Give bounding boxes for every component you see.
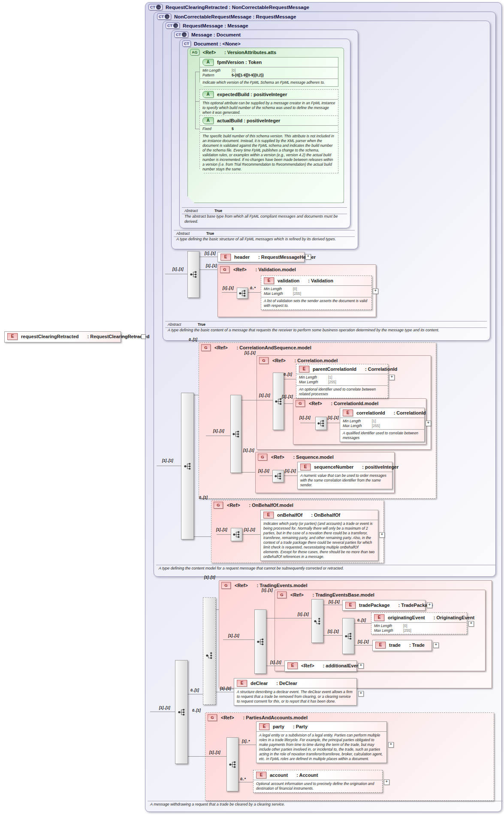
element-party[interactable]: E party: Party A legal entity or a subdi…	[256, 721, 387, 763]
element-sequencenumber[interactable]: E sequenceNumber: positiveInteger A nume…	[297, 462, 392, 489]
connector	[165, 274, 187, 274]
connector	[195, 72, 196, 129]
attribute-actualbuild[interactable]: A actualBuild : positiveInteger Fixed5 T…	[199, 115, 338, 173]
cardinality: 0..[1]	[190, 688, 199, 692]
element-doc: A list of validation sets the sender ass…	[261, 297, 371, 309]
element-icon: E	[300, 464, 311, 470]
group-header-partiesandaccounts-model: G <Ref>: PartiesAndAccounts.model	[208, 714, 308, 721]
element-icon: E	[299, 366, 309, 373]
attribute-label: fpmlVersion : Token	[217, 60, 262, 65]
element-account[interactable]: E account: Account Optional account info…	[253, 770, 383, 793]
sequence-indicator	[273, 373, 284, 430]
connector	[283, 476, 297, 476]
expand-button-correlationid[interactable]: +	[426, 421, 431, 426]
element-tradepackage[interactable]: E tradePackage: TradePackage	[342, 600, 426, 611]
cardinality: [1]..[1]	[223, 286, 234, 290]
group-header-correlation-and-sequence: G <Ref>: CorrelationAndSequence.model	[201, 344, 311, 351]
attribute-group-header: AG <Ref>: VersionAttributes.atts	[190, 49, 276, 55]
connector	[266, 618, 311, 618]
attribute-fpmlversion[interactable]: A fpmlVersion : Token Min Length[0] Patt…	[199, 57, 338, 87]
doc-noncorrectable: A type defining the content model for a …	[156, 565, 496, 572]
element-icon: E	[264, 277, 274, 284]
connector	[199, 257, 217, 257]
sequence-indicator	[315, 417, 327, 430]
connector	[223, 639, 254, 640]
cardinality: [1]..[1]	[328, 415, 339, 420]
expand-button-trade[interactable]: +	[433, 642, 439, 648]
attribute-group-icon: AG	[190, 49, 199, 55]
element-icon: E	[375, 642, 386, 648]
complex-type-icon: CT	[182, 40, 191, 47]
attribute-label: actualBuild : positiveInteger	[217, 118, 280, 123]
element-trade[interactable]: E trade: Trade	[372, 640, 432, 651]
cardinality: 0..[1]	[192, 708, 201, 712]
connector	[222, 292, 237, 293]
attribute-doc: Indicate which version of the FpML Schem…	[200, 79, 338, 86]
cardinality: [1]..[1]	[216, 527, 227, 532]
connector	[323, 605, 342, 605]
connector	[199, 270, 217, 270]
connector	[247, 292, 261, 293]
element-declear[interactable]: E deClear: DeClear A structure describin…	[234, 678, 357, 706]
cardinality: 0..[1]	[357, 618, 366, 622]
expand-button-account[interactable]: +	[384, 779, 389, 785]
element-additionalevent[interactable]: E <Ref>: additionalEvent	[284, 660, 357, 672]
expand-button-tradepackage[interactable]: +	[427, 603, 432, 608]
cardinality: [1]..[1]	[172, 267, 184, 271]
expand-button-validation[interactable]: +	[373, 288, 378, 294]
sequence-indicator	[230, 395, 241, 473]
cardinality: [1]..[1]	[328, 629, 339, 633]
element-requestclearingretracted-root[interactable]: E requestClearingRetracted: RequestClear…	[4, 331, 121, 342]
connector	[239, 472, 255, 473]
group-icon: G	[259, 357, 269, 364]
element-validation[interactable]: E validation: Validation Min Length[0] M…	[261, 276, 372, 310]
expand-button-onbehalfof[interactable]: +	[379, 532, 385, 538]
element-doc: A qualified identifier used to correlate…	[340, 429, 424, 442]
attribute-expectedbuild[interactable]: A expectedBuild : positiveInteger This o…	[199, 89, 338, 117]
element-correlationid[interactable]: E correlationId: CorrelationId Min Lengt…	[340, 408, 425, 442]
cardinality: 0..*	[250, 286, 256, 290]
sequence-indicator	[237, 288, 248, 299]
cardinality: [1]..[1]	[243, 448, 254, 452]
cardinality: [1]..*	[242, 739, 250, 743]
element-originatingevent[interactable]: E originatingEvent: OriginatingEvent Min…	[371, 612, 467, 634]
element-onbehalfof[interactable]: E onBehalfOf: OnBehalfOf Indicates which…	[260, 510, 378, 561]
element-header[interactable]: E header: RequestMessageHeader	[217, 252, 305, 262]
ct-header-noncorrectable-request-message: CT→ NonCorrectableRequestMessage : Reque…	[157, 13, 296, 20]
group-header-validation-model: G <Ref>: Validation.model	[220, 266, 296, 273]
element-parentcorrelationid[interactable]: E parentCorrelationId: CorrelationId Min…	[296, 364, 388, 398]
connector	[266, 666, 284, 666]
element-icon: E	[237, 680, 247, 687]
cardinality: [1]..[1]	[329, 600, 340, 604]
expand-button-parentcorrelationid[interactable]: +	[389, 375, 395, 380]
connector	[150, 712, 175, 712]
attribute-doc: The specific build number of this schema…	[200, 132, 338, 173]
group-icon: G	[221, 582, 231, 589]
derived-icon: →	[165, 14, 169, 19]
element-icon: E	[263, 512, 274, 518]
element-icon: E	[259, 723, 269, 730]
group-icon: G	[277, 591, 287, 598]
expand-button-originatingevent[interactable]: +	[468, 621, 474, 627]
connector	[241, 534, 260, 535]
connector	[195, 101, 199, 102]
element-icon: E	[374, 614, 384, 621]
attribute-icon: A	[202, 117, 214, 124]
cardinality: [1]..[1]	[262, 588, 273, 592]
ct-header-document: CT Document : <None>	[182, 40, 241, 47]
expand-button-party[interactable]: +	[388, 742, 394, 748]
doc-footer: A message withdrawing a request that a t…	[148, 801, 503, 808]
xsd-diagram: AbstractTrue The abstract base type from…	[0, 0, 504, 815]
sequence-indicator	[181, 393, 194, 539]
element-doc: Indicates which party (or parties) (and …	[261, 520, 378, 561]
group-icon: G	[220, 266, 229, 273]
expand-button-header[interactable]: +	[305, 254, 311, 260]
attribute-label: expectedBuild : positiveInteger	[217, 92, 287, 97]
expand-button-additionalevent[interactable]: +	[358, 663, 364, 669]
sequence-indicator	[231, 528, 242, 541]
group-icon: G	[258, 454, 267, 461]
connector	[157, 466, 181, 466]
expand-button-declear[interactable]: +	[358, 691, 364, 697]
element-doc: An optional identifier used to correlate…	[296, 385, 388, 398]
cardinality: [1]..[1]	[220, 686, 231, 691]
